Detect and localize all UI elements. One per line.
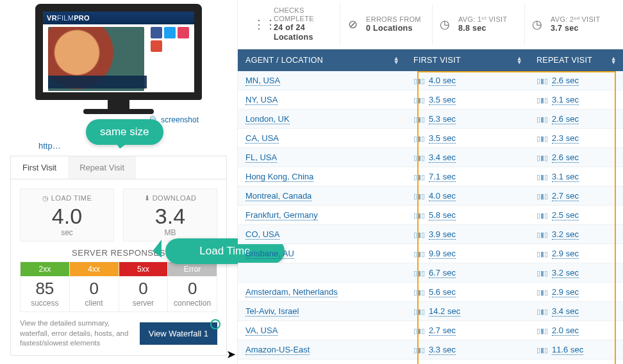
clock-icon: ◷: [42, 194, 49, 202]
sort-icon: ▲▼: [611, 57, 617, 64]
location-link[interactable]: Amsterdam, Netherlands: [245, 287, 338, 297]
first-visit-value[interactable]: 3.5 sec: [429, 133, 456, 144]
first-visit-value[interactable]: 3.4 sec: [429, 153, 456, 163]
location-link[interactable]: Montreal, Canada: [245, 191, 312, 201]
location-link[interactable]: Tel-Aviv, Israel: [245, 306, 299, 317]
bar-chart-icon: ▯▮▯: [413, 192, 425, 200]
table-row: Amazon-US-East▯▮▯3.3 sec▯▮▯11.6 sec: [238, 340, 623, 360]
bar-chart-icon: ▯▮▯: [413, 115, 425, 123]
repeat-visit-value[interactable]: 3.2 sec: [552, 229, 579, 240]
table-row: MN, USA▯▮▯4.0 sec▯▮▯2.6 sec: [238, 71, 623, 90]
col-agent[interactable]: AGENT / LOCATION▲▼: [238, 49, 406, 71]
bar-chart-icon: ▯▮▯: [536, 346, 548, 354]
location-link[interactable]: VA, USA: [245, 326, 278, 336]
location-link[interactable]: CA, USA: [245, 133, 279, 144]
repeat-visit-value[interactable]: 2.6 sec: [552, 76, 579, 86]
sort-icon: ▲▼: [394, 57, 399, 64]
response-codes: 2xx85success 4xx0client 5xx0server Error…: [20, 261, 217, 312]
table-row: CO, USA▯▮▯3.9 sec▯▮▯3.2 sec: [238, 225, 623, 244]
tab-first-visit[interactable]: First Visit: [11, 156, 68, 179]
download-box: ⬇ DOWNLOAD 3.4 MB: [123, 188, 217, 242]
metric-avg-repeat: ◷ AVG: 2ⁿᵈ VISIT3.7 sec: [525, 4, 617, 45]
repeat-visit-value[interactable]: 11.6 sec: [552, 345, 583, 355]
location-link[interactable]: FL, USA: [245, 153, 277, 163]
clock-icon: ◷: [530, 17, 544, 31]
bar-chart-icon: ▯▮▯: [413, 288, 425, 296]
first-visit-value[interactable]: 5.3 sec: [429, 114, 456, 124]
table-row: FL, USA▯▮▯3.4 sec▯▮▯2.6 sec: [238, 148, 623, 167]
table-row: Shanghai, ChinaTemporarily UnavailableTe…: [238, 360, 623, 364]
tab-repeat-visit[interactable]: Repeat Visit: [68, 156, 136, 179]
first-visit-value[interactable]: 5.6 sec: [429, 287, 456, 297]
first-visit-value[interactable]: 2.7 sec: [429, 326, 456, 336]
first-visit-value[interactable]: 6.7 sec: [429, 268, 456, 278]
bar-chart-icon: ▯▮▯: [413, 231, 425, 238]
first-visit-value[interactable]: 14.2 sec: [429, 306, 460, 317]
bar-chart-icon: ▯▮▯: [413, 154, 425, 161]
table-body: MN, USA▯▮▯4.0 sec▯▮▯2.6 secNY, USA▯▮▯3.5…: [238, 71, 623, 364]
repeat-visit-value[interactable]: 2.9 sec: [552, 287, 579, 297]
screenshot-link[interactable]: screenshot: [161, 115, 199, 124]
bar-chart-icon: ▯▮▯: [413, 211, 425, 219]
location-link[interactable]: Amazon-US-East: [245, 345, 310, 355]
location-link[interactable]: London, UK: [245, 114, 290, 124]
table-row: London, UK▯▮▯5.3 sec▯▮▯2.6 sec: [238, 110, 623, 129]
bar-chart-icon: ▯▮▯: [413, 269, 425, 277]
bar-chart-icon: ▯▮▯: [413, 96, 425, 104]
table-row: Frankfurt, Germany▯▮▯5.8 sec▯▮▯2.5 sec: [238, 206, 623, 225]
first-visit-value[interactable]: 9.9 sec: [429, 249, 456, 259]
repeat-visit-value[interactable]: 2.3 sec: [552, 133, 579, 144]
bar-chart-icon: ▯▮▯: [536, 77, 548, 85]
bar-chart-icon: ▯▮▯: [536, 192, 548, 200]
bar-chart-icon: ▯▮▯: [536, 115, 548, 123]
metric-avg-first: ◷ AVG: 1ˢᵗ VISIT8.8 sec: [433, 4, 525, 45]
bar-chart-icon: ▯▮▯: [413, 346, 425, 354]
first-visit-value[interactable]: 3.5 sec: [429, 95, 456, 105]
repeat-visit-value[interactable]: 3.1 sec: [552, 172, 579, 182]
repeat-visit-value[interactable]: 2.6 sec: [552, 114, 579, 124]
sort-icon: ▲▼: [517, 57, 522, 64]
repeat-visit-value[interactable]: 2.7 sec: [552, 191, 579, 201]
location-link[interactable]: MN, USA: [245, 76, 280, 86]
first-visit-value[interactable]: 7.1 sec: [429, 172, 456, 182]
summary-metrics: ⋮⋮ CHECKS COMPLETE24 of 24 Locations ⊘ E…: [238, 0, 623, 49]
location-link[interactable]: CO, USA: [245, 229, 279, 240]
bar-chart-icon: ▯▮▯: [413, 135, 425, 142]
metric-errors: ⊘ ERRORS FROM0 Locations: [340, 4, 433, 45]
table-row: Hong Kong, China▯▮▯7.1 sec▯▮▯3.1 sec: [238, 167, 623, 186]
repeat-visit-value[interactable]: 2.5 sec: [552, 210, 579, 220]
repeat-visit-value[interactable]: 3.4 sec: [552, 306, 579, 317]
location-link[interactable]: Brisbane, AU: [245, 249, 294, 259]
repeat-visit-value[interactable]: 2.9 sec: [552, 249, 579, 259]
location-link[interactable]: Hong Kong, China: [245, 172, 313, 182]
visit-tabs: First Visit Repeat Visit: [10, 156, 227, 179]
first-visit-value[interactable]: 4.0 sec: [429, 76, 456, 86]
repeat-visit-value[interactable]: 2.6 sec: [552, 153, 579, 163]
first-visit-value[interactable]: 4.0 sec: [429, 191, 456, 201]
location-link[interactable]: Frankfurt, Germany: [245, 210, 318, 220]
repeat-visit-value[interactable]: 3.1 sec: [552, 95, 579, 105]
first-visit-value[interactable]: 3.9 sec: [429, 229, 456, 240]
waterfall-hint: View the detailed summary, waterfall, er…: [20, 318, 133, 349]
bar-chart-icon: ▯▮▯: [413, 77, 425, 85]
view-waterfall-button[interactable]: View Waterfall 1: [140, 322, 217, 345]
bar-chart-icon: ▯▮▯: [536, 211, 548, 219]
repeat-visit-value[interactable]: 3.2 sec: [552, 268, 579, 278]
col-repeat[interactable]: REPEAT VISIT▲▼: [529, 49, 623, 71]
bar-chart-icon: ▯▮▯: [536, 327, 548, 335]
bar-chart-icon: ▯▮▯: [536, 135, 548, 142]
first-visit-value[interactable]: 3.3 sec: [429, 345, 456, 355]
bar-chart-icon: ▯▮▯: [413, 308, 425, 315]
table-row: Amsterdam, Netherlands▯▮▯5.6 sec▯▮▯2.9 s…: [238, 283, 623, 302]
cursor-icon: ➤: [226, 347, 236, 361]
col-first[interactable]: FIRST VISIT▲▼: [406, 49, 529, 71]
stats-panel: ◷ LOAD TIME 4.0 sec ⬇ DOWNLOAD 3.4 MB SE…: [10, 179, 227, 356]
bar-chart-icon: ▯▮▯: [536, 288, 548, 296]
repeat-visit-value[interactable]: 2.0 sec: [552, 326, 579, 336]
table-row: Montreal, Canada▯▮▯4.0 sec▯▮▯2.7 sec: [238, 186, 623, 206]
load-time-box: ◷ LOAD TIME 4.0 sec: [20, 188, 114, 242]
spinner-icon: ⋮⋮: [253, 17, 267, 31]
first-visit-value[interactable]: 5.8 sec: [429, 210, 456, 220]
table-row: Brisbane, AU▯▮▯9.9 sec▯▮▯2.9 sec: [238, 244, 623, 263]
location-link[interactable]: NY, USA: [245, 95, 278, 105]
